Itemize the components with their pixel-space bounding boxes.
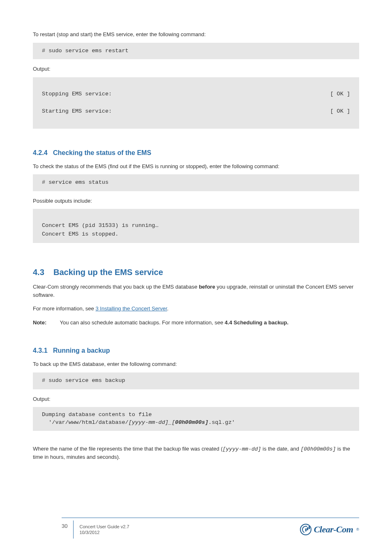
backup-moreinfo-text: For more information, see 3 Installing t… [33,305,359,313]
code-restart-output: Stopping EMS service:[ OK ] Starting EMS… [33,77,359,129]
where-date: [yyyy-mm-dd] [223,446,261,452]
output-label-1: Output: [33,65,359,73]
install-server-link[interactable]: 3 Installing the Concert Server [95,305,167,312]
status-intro-text: To check the status of the EMS (find out… [33,162,359,171]
code-backup-output: Dumping database contents to file '/var/… [33,407,359,431]
restart-out-stop: Stopping EMS service: [42,90,112,99]
backup-out-ext: .sql.gz' [208,419,235,426]
clearcom-logo-icon [300,524,311,535]
note-label: Note: [33,319,46,326]
backup-filename-explain: Where the name of the file represents th… [33,445,359,461]
page-number: 30 [62,520,74,539]
clearcom-logo: Clear-Com® [300,524,359,535]
footer-meta: Concert User Guide v2.7 10/3/2012 [74,524,300,536]
page-footer: 30 Concert User Guide v2.7 10/3/2012 Cle… [62,518,359,539]
backup-recommend-1: Clear-Com strongly recommends that you b… [33,284,199,290]
heading-status-num: 4.2.4 [33,149,48,156]
schedule-note: Note: You can also schedule automatic ba… [33,319,359,327]
heading-run-backup: 4.3.1 Running a backup [33,347,359,354]
code-status-output: Concert EMS (pid 31533) is running… Conc… [33,209,359,243]
backup-out-time: 00h00m00s] [175,419,208,426]
restart-out-stop-ok: [ OK ] [330,90,350,99]
output-label-2: Output: [33,395,359,403]
code-restart-cmd: # sudo service ems restart [33,43,359,60]
heading-run-backup-title: Running a backup [53,347,110,354]
heading-status-title: Checking the status of the EMS [53,149,151,156]
heading-backup-title: Backing up the EMS service [53,268,163,277]
where-2: is the date, and [261,446,300,452]
note-text: You can also schedule automatic backups.… [60,319,225,326]
backup-more-1: For more information, see [33,305,95,312]
clearcom-logo-text: Clear-Com [314,524,353,535]
backup-out-path: '/var/www/html/database/ [42,419,129,426]
backup-out-l1: Dumping database contents to file [42,411,350,419]
backup-more-2: . [167,305,169,312]
code-status-cmd: # service ems status [33,174,359,191]
heading-backup: 4.3 Backing up the EMS service [33,268,359,277]
backup-out-date: [yyyy-mm-dd]_[ [129,419,175,426]
where-1: Where the name of the file represents th… [33,446,223,452]
backup-out-l2: '/var/www/html/database/[yyyy-mm-dd]_[00… [42,419,350,427]
status-out-running: Concert EMS (pid 31533) is running… [42,222,159,229]
heading-status: 4.2.4 Checking the status of the EMS [33,149,359,157]
note-bold-ref: 4.4 Scheduling a backup. [225,319,288,326]
possible-outputs-label: Possible outputs include: [33,197,359,205]
restart-out-start: Starting EMS service: [42,107,112,116]
restart-intro-text: To restart (stop and start) the EMS serv… [33,30,359,39]
run-backup-intro: To back up the EMS database, enter the f… [33,360,359,368]
footer-doc-title: Concert User Guide v2.7 [79,524,300,530]
restart-out-start-ok: [ OK ] [330,107,350,116]
footer-date: 10/3/2012 [79,530,300,535]
where-time: [00h00m00s] [301,446,336,452]
backup-recommend-text: Clear-Com strongly recommends that you b… [33,283,359,299]
code-backup-cmd: # sudo service ems backup [33,372,359,389]
registered-icon: ® [356,527,359,532]
status-out-stopped: Concert EMS is stopped. [42,231,118,237]
backup-recommend-bold: before [199,284,215,290]
heading-backup-num: 4.3 [33,268,44,277]
heading-run-backup-num: 4.3.1 [33,347,48,354]
